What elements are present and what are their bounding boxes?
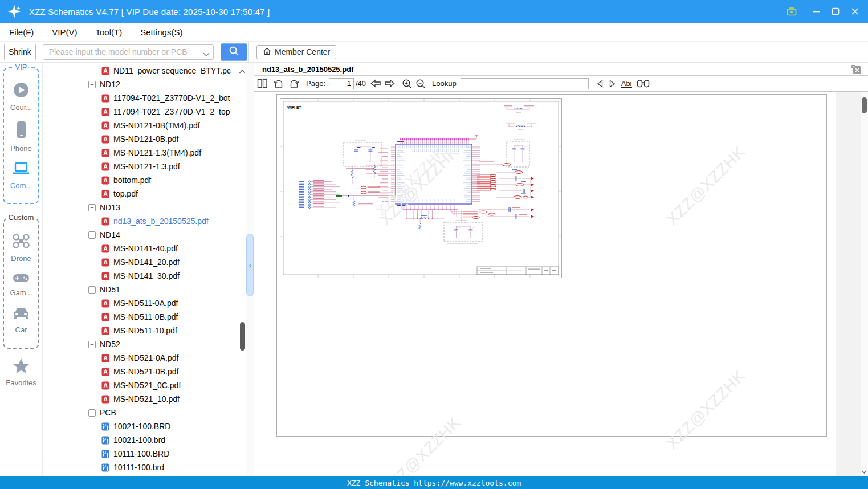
tree-group-row[interactable]: −ND14: [43, 228, 238, 242]
tree-file-row[interactable]: Atop.pdf: [43, 187, 238, 201]
tree-file-row[interactable]: AMS-ND121-0B.pdf: [43, 132, 238, 146]
find-next-icon[interactable]: [608, 79, 617, 88]
tree-file-row[interactable]: AMS-ND511-0A.pdf: [43, 296, 238, 310]
zoom-out-icon[interactable]: [415, 79, 426, 89]
tree-item-label: MS-ND121-1.3(TM4).pdf: [113, 148, 201, 157]
tree-item-label: ND52: [100, 340, 120, 349]
sidebar-item-label: Com...: [10, 181, 32, 190]
collapse-toggle-icon[interactable]: −: [88, 341, 96, 348]
scrollbar-thumb[interactable]: [862, 97, 867, 113]
tree-file-row[interactable]: AMS-ND521-0A.pdf: [43, 351, 238, 365]
pdf-file-icon: A: [101, 258, 109, 267]
pdf-file-icon: A: [101, 368, 109, 376]
file-tree: AND11_power sequence_BTYT.pc−ND12A117094…: [43, 63, 246, 476]
menu-item-settings[interactable]: Settings(S): [140, 27, 182, 37]
tree-file-row[interactable]: AMS-ND141-40.pdf: [43, 242, 238, 255]
sidebar-group-label: Custom: [7, 213, 36, 222]
close-tab-icon[interactable]: [851, 64, 861, 74]
menu-item-vip[interactable]: VIP(V): [52, 27, 77, 37]
tree-item-label: ND13: [100, 203, 120, 212]
model-search-input[interactable]: [43, 44, 214, 60]
tree-scroll-up-icon[interactable]: [239, 66, 245, 75]
collapse-toggle-icon[interactable]: −: [88, 204, 96, 211]
pdf-file-icon: A: [101, 217, 109, 226]
tree-item-label: MS-ND121-0B.pdf: [113, 135, 178, 144]
search-icon: [229, 46, 239, 59]
tree-group-row[interactable]: −ND13: [43, 201, 238, 214]
search-button[interactable]: [221, 43, 247, 61]
tab-active-document[interactable]: nd13_ats_b_20150525.pdf: [254, 65, 353, 74]
tree-item-label: MS-ND521-0A.pdf: [113, 353, 178, 362]
find-previous-icon[interactable]: [596, 79, 605, 88]
play-circle-icon: [13, 82, 30, 101]
pdf-file-icon: A: [101, 190, 109, 198]
sidebar-item-gam[interactable]: Gam...: [10, 272, 32, 297]
sidebar-item-phone[interactable]: Phone: [10, 120, 32, 153]
tree-file-row[interactable]: AMS-ND141_20.pdf: [43, 255, 238, 269]
zoom-in-icon[interactable]: [402, 79, 412, 89]
tree-file-row[interactable]: AMS-ND511-10.pdf: [43, 324, 238, 337]
binoculars-search-icon[interactable]: [637, 79, 650, 88]
tree-file-row[interactable]: AMS-ND121-1.3.pdf: [43, 160, 238, 173]
tree-file-row[interactable]: And13_ats_b_20150525.pdf: [43, 214, 238, 228]
tree-group-row[interactable]: −PCB: [43, 406, 238, 419]
tree-group-row[interactable]: −ND12: [43, 78, 238, 91]
menu-item-file[interactable]: File(F): [9, 27, 34, 37]
two-page-view-icon[interactable]: [257, 79, 268, 88]
tree-file-row[interactable]: AMS-ND511-0B.pdf: [43, 310, 238, 324]
tree-file-row[interactable]: 10111-100.BRD: [43, 447, 238, 461]
collapse-toggle-icon[interactable]: −: [88, 81, 96, 88]
close-button[interactable]: [845, 0, 865, 23]
rotate-left-icon[interactable]: [274, 79, 284, 88]
tree-group-row[interactable]: −ND51: [43, 283, 238, 296]
member-center-button[interactable]: Member Center: [256, 45, 336, 59]
tree-file-row[interactable]: AND11_power sequence_BTYT.pc: [43, 64, 238, 78]
pdf-file-icon: A: [101, 313, 109, 321]
sidebar-item-com[interactable]: Com...: [10, 161, 32, 190]
tree-file-row[interactable]: AMS-ND121-0B(TM4).pdf: [43, 119, 238, 132]
minimize-button[interactable]: [806, 0, 826, 23]
tree-file-row[interactable]: AMS-ND521_0C.pdf: [43, 378, 238, 392]
lookup-input[interactable]: [461, 78, 589, 89]
collapse-toggle-icon[interactable]: −: [88, 409, 96, 417]
sidebar-item-cour[interactable]: Cour...: [10, 82, 32, 112]
page-label: Page:: [306, 79, 325, 88]
tree-file-row[interactable]: 10021-100.brd: [43, 433, 238, 447]
match-case-abi-toggle[interactable]: Abi: [621, 80, 632, 88]
next-page-icon[interactable]: [384, 79, 396, 88]
tree-file-row[interactable]: AMS-ND521_10.pdf: [43, 392, 238, 406]
scroll-down-icon[interactable]: [862, 466, 867, 476]
tree-scrollbar-thumb[interactable]: [240, 322, 245, 351]
board-file-icon: [101, 422, 109, 431]
menu-item-tool[interactable]: Tool(T): [96, 27, 123, 37]
tree-file-row[interactable]: 10021-100.BRD: [43, 419, 238, 433]
tree-file-row[interactable]: 10111-100.brd: [43, 461, 238, 474]
tree-file-row[interactable]: A117094-T021_Z3770D-V1_2_top: [43, 105, 238, 119]
tree-item-label: MS-ND121-0B(TM4).pdf: [113, 121, 200, 130]
sidebar-item-favorites[interactable]: Favorites: [0, 358, 42, 387]
collapse-panel-handle[interactable]: ‹: [246, 234, 254, 296]
previous-page-icon[interactable]: [370, 79, 382, 88]
vip-briefcase-icon[interactable]: [782, 0, 801, 23]
sidebar-item-label: Gam...: [10, 288, 32, 297]
tree-item-label: ND51: [100, 285, 120, 294]
page-number-input[interactable]: [329, 78, 354, 89]
tree-file-row[interactable]: A117094-T021_Z3770D-V1_2_bot: [43, 91, 238, 105]
vertical-scrollbar[interactable]: [861, 92, 868, 476]
pdf-canvas[interactable]: WIFI-BTXZZ@XZZHK XZZ@XZZHKXZZ@XZZHKXZZ@X…: [254, 92, 868, 476]
sidebar-item-car[interactable]: Car: [12, 306, 30, 334]
collapse-toggle-icon[interactable]: −: [88, 231, 96, 239]
tree-file-row[interactable]: AMS-ND141_30.pdf: [43, 269, 238, 283]
tree-file-row[interactable]: AMS-ND521-0B.pdf: [43, 365, 238, 378]
rotate-right-icon[interactable]: [289, 79, 299, 88]
shrink-button[interactable]: Shrink: [4, 44, 36, 60]
tree-file-row[interactable]: AMS-ND121-1.3(TM4).pdf: [43, 146, 238, 160]
chevron-down-icon[interactable]: [203, 49, 210, 59]
tree-group-row[interactable]: −ND52: [43, 337, 238, 351]
sidebar-item-drone[interactable]: Drone: [11, 233, 31, 263]
tree-file-row[interactable]: Abottom.pdf: [43, 173, 238, 187]
tree-item-label: MS-ND511-0B.pdf: [113, 312, 178, 321]
collapse-toggle-icon[interactable]: −: [88, 286, 96, 294]
maximize-button[interactable]: [826, 0, 845, 23]
pdf-file-icon: A: [101, 299, 109, 308]
